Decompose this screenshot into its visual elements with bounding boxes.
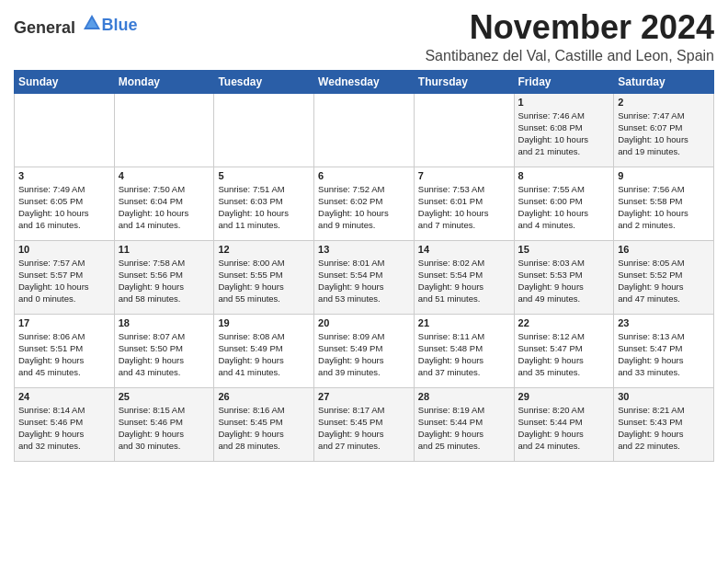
- day-info: Sunrise: 8:05 AM Sunset: 5:52 PM Dayligh…: [618, 257, 710, 305]
- day-number: 1: [518, 97, 610, 108]
- day-number: 6: [318, 170, 410, 181]
- weekday-header: Sunday: [15, 70, 115, 93]
- calendar-cell: 28Sunrise: 8:19 AM Sunset: 5:44 PM Dayli…: [414, 387, 514, 461]
- day-info: Sunrise: 7:51 AM Sunset: 6:03 PM Dayligh…: [218, 183, 310, 232]
- day-info: Sunrise: 8:01 AM Sunset: 5:54 PM Dayligh…: [318, 257, 410, 305]
- day-info: Sunrise: 8:02 AM Sunset: 5:54 PM Dayligh…: [418, 257, 510, 305]
- calendar-cell: 1Sunrise: 7:46 AM Sunset: 6:08 PM Daylig…: [514, 93, 614, 167]
- day-info: Sunrise: 8:06 AM Sunset: 5:51 PM Dayligh…: [18, 330, 110, 379]
- calendar-cell: 4Sunrise: 7:50 AM Sunset: 6:04 PM Daylig…: [114, 167, 214, 240]
- calendar-cell: [214, 93, 314, 167]
- day-info: Sunrise: 8:08 AM Sunset: 5:49 PM Dayligh…: [218, 330, 310, 379]
- day-info: Sunrise: 7:52 AM Sunset: 6:02 PM Dayligh…: [318, 183, 410, 232]
- calendar-cell: 10Sunrise: 7:57 AM Sunset: 5:57 PM Dayli…: [15, 240, 115, 314]
- day-info: Sunrise: 8:09 AM Sunset: 5:49 PM Dayligh…: [318, 330, 410, 379]
- calendar-cell: 20Sunrise: 8:09 AM Sunset: 5:49 PM Dayli…: [314, 314, 415, 387]
- day-number: 11: [119, 244, 210, 255]
- calendar-cell: 18Sunrise: 8:07 AM Sunset: 5:50 PM Dayli…: [114, 314, 214, 387]
- day-number: 26: [218, 391, 310, 402]
- day-info: Sunrise: 7:46 AM Sunset: 6:08 PM Dayligh…: [518, 109, 610, 158]
- weekday-header: Friday: [514, 70, 614, 93]
- day-info: Sunrise: 8:17 AM Sunset: 5:45 PM Dayligh…: [318, 404, 410, 453]
- calendar-cell: 25Sunrise: 8:15 AM Sunset: 5:46 PM Dayli…: [114, 387, 214, 461]
- calendar-cell: [15, 93, 115, 167]
- calendar-cell: 14Sunrise: 8:02 AM Sunset: 5:54 PM Dayli…: [414, 240, 514, 314]
- calendar-cell: 21Sunrise: 8:11 AM Sunset: 5:48 PM Dayli…: [414, 314, 514, 387]
- day-info: Sunrise: 8:12 AM Sunset: 5:47 PM Dayligh…: [518, 330, 610, 379]
- day-number: 15: [518, 244, 610, 255]
- calendar-cell: [314, 93, 415, 167]
- day-number: 24: [18, 391, 110, 402]
- calendar-cell: 3Sunrise: 7:49 AM Sunset: 6:05 PM Daylig…: [15, 167, 115, 240]
- day-info: Sunrise: 8:16 AM Sunset: 5:45 PM Dayligh…: [218, 404, 310, 453]
- day-info: Sunrise: 7:57 AM Sunset: 5:57 PM Dayligh…: [18, 257, 110, 305]
- day-info: Sunrise: 8:19 AM Sunset: 5:44 PM Dayligh…: [418, 404, 510, 453]
- calendar-cell: 17Sunrise: 8:06 AM Sunset: 5:51 PM Dayli…: [15, 314, 115, 387]
- calendar-cell: 11Sunrise: 7:58 AM Sunset: 5:56 PM Dayli…: [114, 240, 214, 314]
- day-number: 10: [18, 244, 110, 255]
- calendar-cell: 7Sunrise: 7:53 AM Sunset: 6:01 PM Daylig…: [414, 167, 514, 240]
- day-number: 27: [318, 391, 410, 402]
- day-info: Sunrise: 8:20 AM Sunset: 5:44 PM Dayligh…: [518, 404, 610, 453]
- day-number: 9: [618, 170, 710, 181]
- day-number: 13: [318, 244, 410, 255]
- day-number: 7: [418, 170, 510, 181]
- day-number: 23: [618, 317, 710, 328]
- day-number: 20: [318, 317, 410, 328]
- header: General Blue November 2024 Santibanez de…: [14, 9, 714, 64]
- calendar-cell: 23Sunrise: 8:13 AM Sunset: 5:47 PM Dayli…: [614, 314, 714, 387]
- calendar-cell: 8Sunrise: 7:55 AM Sunset: 6:00 PM Daylig…: [514, 167, 614, 240]
- calendar-cell: 6Sunrise: 7:52 AM Sunset: 6:02 PM Daylig…: [314, 167, 415, 240]
- calendar-cell: 19Sunrise: 8:08 AM Sunset: 5:49 PM Dayli…: [214, 314, 314, 387]
- calendar-cell: 16Sunrise: 8:05 AM Sunset: 5:52 PM Dayli…: [614, 240, 714, 314]
- calendar-cell: 27Sunrise: 8:17 AM Sunset: 5:45 PM Dayli…: [314, 387, 415, 461]
- day-number: 18: [119, 317, 210, 328]
- calendar-cell: 9Sunrise: 7:56 AM Sunset: 5:58 PM Daylig…: [614, 167, 714, 240]
- calendar-cell: 15Sunrise: 8:03 AM Sunset: 5:53 PM Dayli…: [514, 240, 614, 314]
- day-number: 3: [18, 170, 110, 181]
- calendar-cell: 5Sunrise: 7:51 AM Sunset: 6:03 PM Daylig…: [214, 167, 314, 240]
- calendar-cell: 13Sunrise: 8:01 AM Sunset: 5:54 PM Dayli…: [314, 240, 415, 314]
- weekday-header: Thursday: [414, 70, 514, 93]
- weekday-header: Saturday: [614, 70, 714, 93]
- day-info: Sunrise: 8:15 AM Sunset: 5:46 PM Dayligh…: [119, 404, 210, 453]
- day-number: 5: [218, 170, 310, 181]
- calendar-cell: [114, 93, 214, 167]
- day-info: Sunrise: 7:49 AM Sunset: 6:05 PM Dayligh…: [18, 183, 110, 232]
- day-number: 14: [418, 244, 510, 255]
- calendar-cell: 12Sunrise: 8:00 AM Sunset: 5:55 PM Dayli…: [214, 240, 314, 314]
- day-info: Sunrise: 8:03 AM Sunset: 5:53 PM Dayligh…: [518, 257, 610, 305]
- day-info: Sunrise: 7:58 AM Sunset: 5:56 PM Dayligh…: [119, 257, 210, 305]
- weekday-header: Wednesday: [314, 70, 415, 93]
- day-info: Sunrise: 7:53 AM Sunset: 6:01 PM Dayligh…: [418, 183, 510, 232]
- day-number: 25: [119, 391, 210, 402]
- day-number: 16: [618, 244, 710, 255]
- weekday-header: Monday: [114, 70, 214, 93]
- title-block: November 2024 Santibanez del Val, Castil…: [425, 9, 714, 64]
- day-info: Sunrise: 8:11 AM Sunset: 5:48 PM Dayligh…: [418, 330, 510, 379]
- day-info: Sunrise: 7:55 AM Sunset: 6:00 PM Dayligh…: [518, 183, 610, 232]
- day-info: Sunrise: 8:00 AM Sunset: 5:55 PM Dayligh…: [218, 257, 310, 305]
- day-info: Sunrise: 8:13 AM Sunset: 5:47 PM Dayligh…: [618, 330, 710, 379]
- logo-general: General: [14, 18, 75, 37]
- day-info: Sunrise: 7:47 AM Sunset: 6:07 PM Dayligh…: [618, 109, 710, 158]
- day-number: 30: [618, 391, 710, 402]
- day-number: 22: [518, 317, 610, 328]
- calendar-cell: 26Sunrise: 8:16 AM Sunset: 5:45 PM Dayli…: [214, 387, 314, 461]
- calendar-cell: 2Sunrise: 7:47 AM Sunset: 6:07 PM Daylig…: [614, 93, 714, 167]
- day-info: Sunrise: 7:56 AM Sunset: 5:58 PM Dayligh…: [618, 183, 710, 232]
- day-number: 4: [119, 170, 210, 181]
- location-title: Santibanez del Val, Castille and Leon, S…: [425, 48, 714, 64]
- weekday-header: Tuesday: [214, 70, 314, 93]
- day-info: Sunrise: 8:21 AM Sunset: 5:43 PM Dayligh…: [618, 404, 710, 453]
- day-number: 28: [418, 391, 510, 402]
- calendar-cell: 29Sunrise: 8:20 AM Sunset: 5:44 PM Dayli…: [514, 387, 614, 461]
- day-number: 17: [18, 317, 110, 328]
- logo: General Blue: [14, 13, 138, 38]
- calendar-table: SundayMondayTuesdayWednesdayThursdayFrid…: [14, 70, 714, 462]
- calendar-cell: 30Sunrise: 8:21 AM Sunset: 5:43 PM Dayli…: [614, 387, 714, 461]
- logo-blue: Blue: [102, 16, 138, 34]
- calendar-cell: 24Sunrise: 8:14 AM Sunset: 5:46 PM Dayli…: [15, 387, 115, 461]
- logo-icon: [82, 13, 102, 33]
- day-number: 2: [618, 97, 710, 108]
